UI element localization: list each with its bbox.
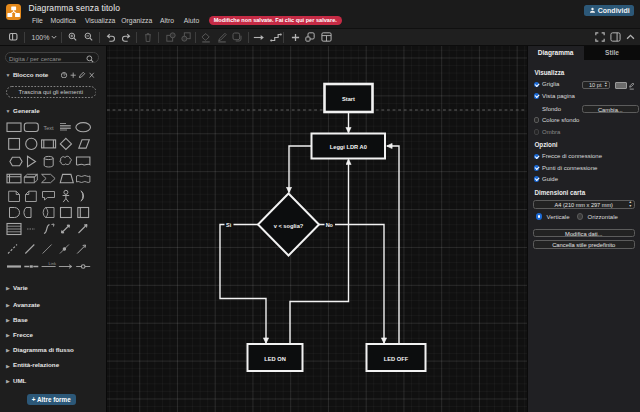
svg-text:LED ON: LED ON [264,355,286,361]
svg-text:Leggi LDR A0: Leggi LDR A0 [330,144,367,150]
svg-text:Link: Link [49,261,56,266]
svg-text:Text: Text [44,125,55,131]
svg-text:No: No [326,222,334,228]
svg-text:Sì: Sì [226,222,232,228]
svg-text:v < soglia?: v < soglia? [274,222,304,228]
svg-text:Start: Start [342,96,355,102]
svg-text:LED OFF: LED OFF [384,355,409,361]
